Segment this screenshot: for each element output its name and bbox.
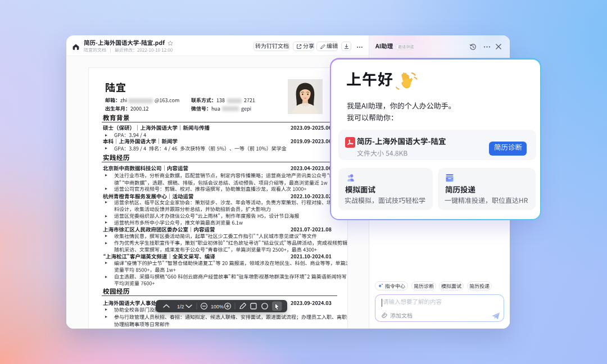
svg-text:1/2: 1/2 [177,304,184,310]
svg-text:100%: 100% [211,304,224,310]
